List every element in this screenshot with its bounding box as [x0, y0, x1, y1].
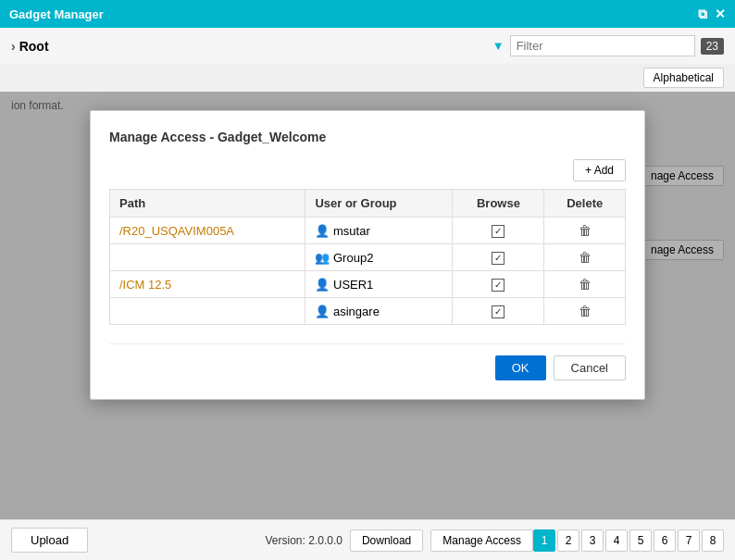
group-icon: 👥: [315, 251, 330, 265]
page-button-2[interactable]: 2: [557, 529, 579, 552]
bottom-bar: Upload Version: 2.0.0.0 Download Manage …: [0, 519, 735, 560]
path-cell: /R20_USQAVIM005A: [110, 218, 305, 244]
cancel-button[interactable]: Cancel: [554, 355, 626, 380]
app-body: › Root ▼ 23 Alphabetical ion format. nag…: [0, 28, 735, 560]
close-icon[interactable]: ✕: [715, 6, 726, 22]
delete-icon[interactable]: 🗑: [579, 223, 592, 238]
delete-icon[interactable]: 🗑: [579, 304, 592, 318]
app-title: Gadget Manager: [9, 7, 104, 21]
user-icon: 👤: [315, 278, 330, 292]
col-user-group: User or Group: [305, 190, 453, 218]
browse-checkbox[interactable]: ✓: [492, 252, 505, 265]
ok-button[interactable]: OK: [495, 355, 546, 380]
user-cell: 👤 msutar: [305, 218, 453, 244]
page-button-6[interactable]: 6: [654, 529, 676, 552]
filter-input[interactable]: [510, 35, 695, 56]
manage-access-button[interactable]: Manage Access: [430, 529, 533, 552]
browse-checkbox[interactable]: ✓: [492, 279, 505, 292]
table-row: /ICM 12.5👤 USER1✓🗑: [110, 271, 626, 298]
page-button-5[interactable]: 5: [629, 529, 652, 552]
path-cell: [110, 298, 305, 325]
user-cell: 👤 USER1: [305, 271, 453, 298]
version-area: Version: 2.0.0.0 Download Manage Access: [266, 529, 533, 552]
title-bar-icons: ⧉ ✕: [698, 6, 726, 22]
user-cell: 👥 Group2: [305, 244, 453, 271]
browse-cell[interactable]: ✓: [453, 298, 544, 325]
page-button-8[interactable]: 8: [702, 529, 724, 552]
version-text: Version: 2.0.0.0: [266, 534, 343, 547]
pagination: 12345678: [533, 529, 724, 552]
page-button-1[interactable]: 1: [533, 529, 555, 552]
page-button-7[interactable]: 7: [678, 529, 700, 552]
col-delete: Delete: [544, 190, 626, 218]
path-cell: [110, 244, 305, 271]
count-badge: 23: [701, 38, 724, 55]
delete-cell[interactable]: 🗑: [544, 218, 626, 244]
access-table: Path User or Group Browse Delete /R20_US…: [109, 189, 626, 325]
user-icon: 👤: [315, 224, 330, 238]
user-icon: 👤: [315, 305, 330, 318]
table-row: 👤 asingare✓🗑: [110, 298, 626, 325]
delete-cell[interactable]: 🗑: [544, 298, 626, 325]
browse-checkbox[interactable]: ✓: [492, 225, 505, 238]
browse-cell[interactable]: ✓: [453, 218, 544, 244]
filter-icon: ▼: [492, 39, 505, 53]
breadcrumb-arrow: ›: [11, 39, 16, 54]
delete-icon[interactable]: 🗑: [579, 277, 592, 292]
path-cell: /ICM 12.5: [110, 271, 305, 298]
modal-overlay: Manage Access - Gadget_Welcome + Add Pat…: [0, 92, 735, 519]
filter-area: ▼ 23: [492, 35, 724, 56]
table-row: /R20_USQAVIM005A👤 msutar✓🗑: [110, 218, 626, 244]
modal-dialog: Manage Access - Gadget_Welcome + Add Pat…: [90, 110, 645, 400]
table-row: 👥 Group2✓🗑: [110, 244, 626, 271]
delete-cell[interactable]: 🗑: [544, 271, 626, 298]
col-path: Path: [110, 190, 305, 218]
modal-title: Manage Access - Gadget_Welcome: [109, 130, 626, 144]
restore-icon[interactable]: ⧉: [698, 6, 707, 22]
delete-icon[interactable]: 🗑: [579, 250, 592, 265]
page-button-4[interactable]: 4: [605, 529, 628, 552]
modal-footer: OK Cancel: [109, 343, 626, 380]
browse-cell[interactable]: ✓: [453, 244, 544, 271]
upload-button[interactable]: Upload: [11, 528, 88, 553]
breadcrumb-root[interactable]: Root: [19, 39, 49, 54]
page-button-3[interactable]: 3: [581, 529, 604, 552]
add-button[interactable]: + Add: [573, 159, 626, 181]
browse-cell[interactable]: ✓: [453, 271, 544, 298]
breadcrumb: › Root: [11, 39, 49, 54]
modal-toolbar: + Add: [109, 159, 626, 181]
content-area: ion format. nage Access nage Access Mana…: [0, 92, 735, 519]
browse-checkbox[interactable]: ✓: [492, 305, 505, 318]
user-cell: 👤 asingare: [305, 298, 453, 325]
download-button[interactable]: Download: [350, 529, 423, 552]
top-bar: › Root ▼ 23: [0, 28, 735, 64]
sort-button[interactable]: Alphabetical: [643, 68, 724, 88]
title-bar: Gadget Manager ⧉ ✕: [0, 0, 735, 28]
sort-row: Alphabetical: [0, 64, 735, 92]
col-browse: Browse: [453, 190, 544, 218]
delete-cell[interactable]: 🗑: [544, 244, 626, 271]
